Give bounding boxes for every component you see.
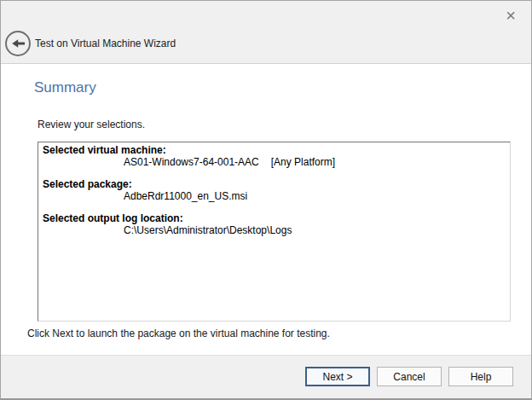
close-icon: × <box>506 7 516 24</box>
cancel-button[interactable]: Cancel <box>377 367 442 386</box>
wizard-window: × Test on Virtual Machine Wizard Summary… <box>0 0 532 400</box>
summary-item-value-row: AdbeRdr11000_en_US.msi <box>43 190 506 202</box>
page-heading: Summary <box>34 79 96 96</box>
button-bar: Next > Cancel Help <box>1 355 531 398</box>
summary-item-value: C:\Users\Administrator\Desktop\Logs <box>124 224 292 236</box>
summary-item-label: Selected virtual machine: <box>43 144 506 156</box>
instruction-text: Review your selections. <box>38 119 145 130</box>
summary-item-label: Selected output log location: <box>43 212 506 224</box>
summary-item-virtual-machine: Selected virtual machine: AS01-Windows7-… <box>43 144 506 168</box>
wizard-header: × Test on Virtual Machine Wizard <box>1 1 531 64</box>
help-button[interactable]: Help <box>448 367 513 386</box>
next-button[interactable]: Next > <box>305 367 370 386</box>
summary-item-log-location: Selected output log location: C:\Users\A… <box>43 212 506 236</box>
summary-item-value: AdbeRdr11000_en_US.msi <box>124 190 247 202</box>
summary-item-platform: [Any Platform] <box>271 156 335 168</box>
wizard-title: Test on Virtual Machine Wizard <box>35 38 176 49</box>
back-arrow-icon <box>11 38 26 49</box>
summary-item-value: AS01-Windows7-64-001-AAC <box>124 156 259 168</box>
back-button[interactable] <box>5 31 31 56</box>
footnote-text: Click Next to launch the package on the … <box>27 328 330 339</box>
summary-item-label: Selected package: <box>43 178 506 190</box>
summary-item-value-row: C:\Users\Administrator\Desktop\Logs <box>43 224 506 236</box>
close-button[interactable]: × <box>499 4 523 26</box>
summary-box: Selected virtual machine: AS01-Windows7-… <box>38 142 511 322</box>
summary-item-value-row: AS01-Windows7-64-001-AAC[Any Platform] <box>43 156 506 168</box>
summary-item-package: Selected package: AdbeRdr11000_en_US.msi <box>43 178 506 202</box>
